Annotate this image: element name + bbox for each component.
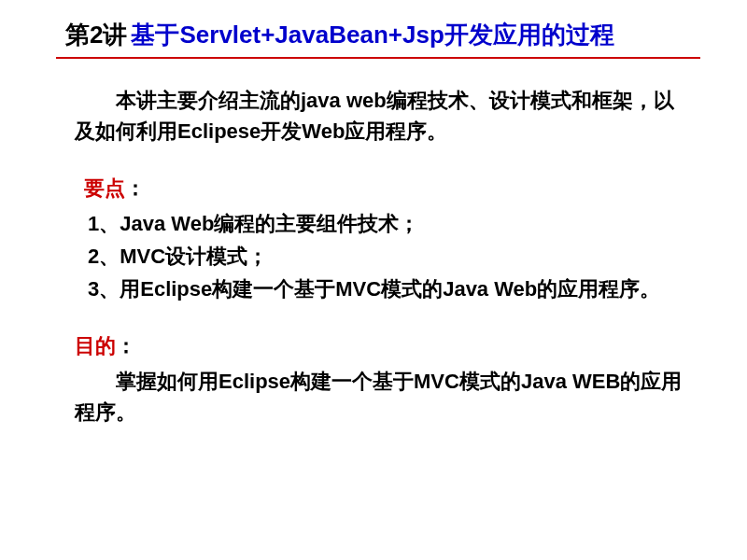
intro-paragraph: 本讲主要介绍主流的java web编程技术、设计模式和框架，以及如何利用Ecli… (56, 85, 691, 147)
points-label-text: 要点 (84, 176, 125, 200)
title-underline (56, 57, 700, 59)
point-item: 2、MVC设计模式； (84, 241, 691, 272)
point-item: 1、Java Web编程的主要组件技术； (84, 208, 691, 239)
points-label: 要点： (56, 175, 691, 203)
purpose-paragraph: 掌握如何用Eclipse构建一个基于MVC模式的Java WEB的应用程序。 (56, 366, 691, 427)
points-colon: ： (125, 176, 146, 200)
title-prefix: 第2讲 (65, 19, 127, 51)
purpose-label: 目的： (56, 332, 691, 360)
slide-container: 第2讲 基于Servlet+JavaBean+Jsp开发应用的过程 本讲主要介绍… (0, 0, 747, 560)
purpose-colon: ： (116, 334, 136, 357)
points-list: 1、Java Web编程的主要组件技术； 2、MVC设计模式； 3、用Eclip… (56, 208, 691, 304)
slide-title: 第2讲 基于Servlet+JavaBean+Jsp开发应用的过程 (56, 19, 691, 51)
title-main: 基于Servlet+JavaBean+Jsp开发应用的过程 (131, 19, 613, 51)
purpose-label-text: 目的 (75, 334, 116, 357)
point-item: 3、用Eclipse构建一个基于MVC模式的Java Web的应用程序。 (84, 273, 691, 304)
